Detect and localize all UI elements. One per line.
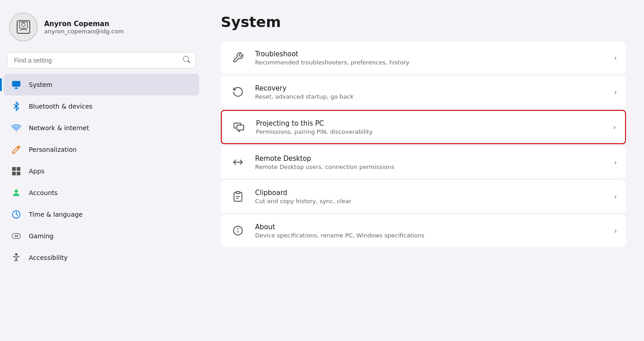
settings-item-clipboard[interactable]: Clipboard Cut and copy history, sync, cl… — [221, 180, 626, 213]
about-chevron: › — [614, 227, 617, 235]
recovery-title: Recovery — [255, 84, 605, 92]
clipboard-icon — [230, 188, 246, 205]
user-profile: Anyron Copeman anyron_copeman@idg.com — [0, 7, 203, 50]
settings-item-projecting[interactable]: Projecting to this PC Permissions, pairi… — [221, 110, 626, 144]
clipboard-title: Clipboard — [255, 189, 605, 197]
about-icon — [230, 223, 246, 239]
troubleshoot-desc: Recommended troubleshooters, preferences… — [255, 59, 605, 66]
projecting-text: Projecting to this PC Permissions, pairi… — [256, 119, 604, 135]
settings-item-troubleshoot[interactable]: Troubleshoot Recommended troubleshooters… — [221, 41, 626, 74]
svg-point-4 — [16, 130, 17, 132]
apps-icon — [10, 165, 23, 177]
sidebar-label-gaming: Gaming — [29, 232, 54, 240]
svg-rect-18 — [236, 191, 240, 193]
search-box[interactable] — [7, 52, 196, 68]
svg-rect-7 — [12, 172, 16, 175]
accessibility-icon — [10, 251, 23, 264]
remote-desktop-text: Remote Desktop Remote Desktop users, con… — [255, 155, 605, 170]
svg-point-14 — [15, 254, 17, 255]
svg-rect-5 — [12, 167, 16, 171]
remote-desktop-icon — [230, 154, 246, 170]
recovery-icon — [230, 84, 246, 100]
projecting-chevron: › — [613, 123, 616, 132]
main-content: System Troubleshoot Recommended troubles… — [203, 0, 644, 341]
sidebar: Anyron Copeman anyron_copeman@idg.com Sy… — [0, 0, 203, 341]
remote-desktop-title: Remote Desktop — [255, 155, 605, 163]
svg-rect-6 — [17, 167, 20, 171]
clipboard-chevron: › — [614, 192, 617, 201]
remote-desktop-chevron: › — [614, 158, 617, 167]
about-text: About Device specifications, rename PC, … — [255, 223, 605, 239]
sidebar-item-gaming[interactable]: Gaming — [4, 225, 199, 247]
sidebar-label-accessibility: Accessibility — [29, 254, 68, 261]
svg-rect-0 — [17, 21, 30, 33]
svg-point-9 — [14, 190, 18, 193]
recovery-text: Recovery Reset, advanced startup, go bac… — [255, 84, 605, 100]
sidebar-item-network[interactable]: Network & internet — [4, 117, 199, 139]
projecting-title: Projecting to this PC — [256, 119, 604, 127]
user-name: Anyron Copeman — [44, 20, 124, 28]
bluetooth-icon — [10, 100, 23, 113]
search-input[interactable] — [7, 52, 196, 68]
clipboard-text: Clipboard Cut and copy history, sync, cl… — [255, 189, 605, 205]
sidebar-item-system[interactable]: System — [4, 74, 199, 95]
troubleshoot-text: Troubleshoot Recommended troubleshooters… — [255, 50, 605, 66]
troubleshoot-title: Troubleshoot — [255, 50, 605, 58]
search-icon — [183, 56, 190, 65]
clipboard-desc: Cut and copy history, sync, clear — [255, 198, 605, 205]
troubleshoot-icon — [230, 50, 246, 66]
sidebar-item-apps[interactable]: Apps — [4, 160, 199, 182]
sidebar-item-accounts[interactable]: Accounts — [4, 182, 199, 204]
recovery-chevron: › — [614, 88, 617, 96]
avatar — [9, 13, 38, 41]
svg-rect-16 — [237, 125, 244, 130]
settings-item-about[interactable]: About Device specifications, rename PC, … — [221, 214, 626, 247]
sidebar-label-time: Time & language — [29, 211, 82, 218]
time-icon — [10, 208, 23, 221]
about-title: About — [255, 223, 605, 231]
svg-point-2 — [22, 23, 25, 27]
recovery-desc: Reset, advanced startup, go back — [255, 93, 605, 100]
sidebar-item-personalization[interactable]: Personalization — [4, 139, 199, 160]
accounts-icon — [10, 186, 23, 199]
projecting-icon — [231, 119, 247, 135]
user-info: Anyron Copeman anyron_copeman@idg.com — [44, 20, 124, 35]
svg-rect-8 — [17, 172, 20, 175]
sidebar-item-accessibility[interactable]: Accessibility — [4, 247, 199, 268]
settings-list: Troubleshoot Recommended troubleshooters… — [221, 41, 626, 247]
troubleshoot-chevron: › — [614, 54, 617, 62]
page-title: System — [221, 14, 626, 31]
sidebar-label-bluetooth: Bluetooth & devices — [29, 103, 92, 110]
svg-point-12 — [18, 235, 18, 236]
system-icon — [10, 78, 23, 91]
sidebar-item-bluetooth[interactable]: Bluetooth & devices — [4, 95, 199, 117]
gaming-icon — [10, 230, 23, 242]
sidebar-label-personalization: Personalization — [29, 146, 77, 153]
remote-desktop-desc: Remote Desktop users, connection permiss… — [255, 164, 605, 170]
settings-item-remote-desktop[interactable]: Remote Desktop Remote Desktop users, con… — [221, 146, 626, 178]
svg-rect-3 — [12, 81, 20, 87]
sidebar-label-accounts: Accounts — [29, 189, 58, 196]
personalization-icon — [10, 143, 23, 156]
about-desc: Device specifications, rename PC, Window… — [255, 232, 605, 239]
sidebar-label-network: Network & internet — [29, 124, 89, 132]
settings-item-recovery[interactable]: Recovery Reset, advanced startup, go bac… — [221, 76, 626, 108]
sidebar-item-time[interactable]: Time & language — [4, 204, 199, 225]
user-email: anyron_copeman@idg.com — [44, 28, 124, 35]
network-icon — [10, 122, 23, 134]
projecting-desc: Permissions, pairing PIN, discoverabilit… — [256, 128, 604, 135]
sidebar-label-apps: Apps — [29, 168, 45, 175]
svg-point-13 — [17, 236, 17, 236]
sidebar-label-system: System — [29, 81, 52, 88]
sidebar-nav: System Bluetooth & devices Network & in — [0, 74, 203, 268]
